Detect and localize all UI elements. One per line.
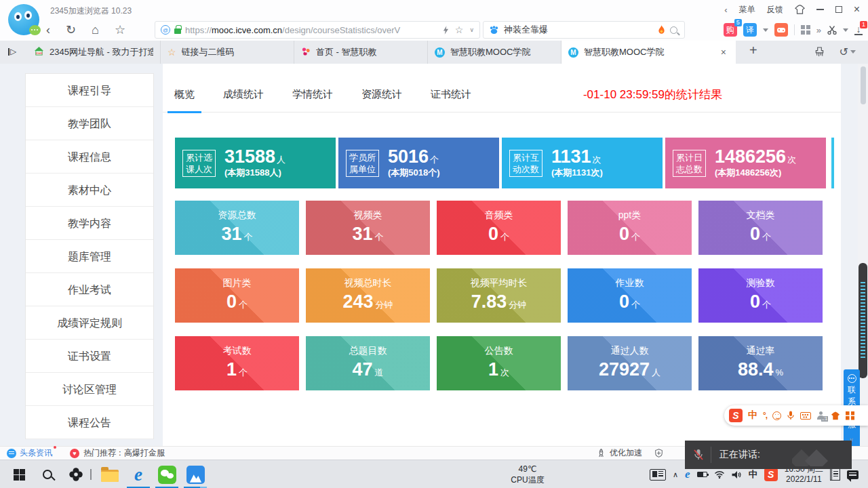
site-safety-icon[interactable]: @ (161, 25, 170, 35)
tile-value: 1 (488, 359, 498, 380)
sidebar-item[interactable]: 素材中心 (26, 174, 153, 207)
sidebar-item[interactable]: 教学团队 (26, 107, 153, 140)
skin-theme-icon[interactable] (795, 5, 805, 14)
reopen-closed-tab-icon[interactable]: ↺ (840, 45, 848, 58)
sidebar-item[interactable]: 课程引导 (26, 74, 153, 107)
dropdown-chevron-icon[interactable]: ∨ (469, 26, 474, 33)
ime-chinese-mode[interactable]: 中 (748, 409, 757, 422)
stat-tile: 视频平均时长7.83分钟 (437, 268, 561, 323)
sidebar-item[interactable]: 题库管理 (26, 240, 153, 273)
battery-icon[interactable] (697, 472, 707, 477)
hot-recommend-link[interactable]: 热门推荐：高爆打金服 (83, 447, 165, 459)
maximize-button[interactable] (835, 6, 842, 13)
news-widget-icon[interactable] (650, 469, 666, 481)
wifi-icon[interactable] (714, 470, 725, 479)
volume-icon[interactable] (732, 470, 742, 479)
clean-brush-icon[interactable] (814, 47, 825, 57)
close-window-button[interactable]: × (854, 6, 860, 13)
wechat-button[interactable] (153, 460, 180, 488)
side-scroll-handle[interactable] (859, 263, 867, 378)
menu-button[interactable]: 菜单 (739, 4, 755, 16)
ime-menu-grid-icon[interactable] (846, 411, 854, 420)
sidebar-item[interactable]: 课程公告 (26, 406, 153, 439)
ime-account-icon[interactable]: 21 (816, 411, 825, 420)
reopen-dropdown-icon[interactable] (850, 50, 856, 54)
journal-icon[interactable] (830, 468, 840, 481)
pinned-app-pinwheel[interactable] (62, 460, 90, 488)
quick-boost-icon[interactable] (443, 26, 449, 35)
new-tab-button[interactable]: + (749, 43, 757, 58)
favorite-star-icon[interactable]: ☆ (455, 24, 464, 35)
hot-recommend-icon[interactable]: ♥ (70, 449, 79, 458)
browser-tab[interactable]: 首页 - 智慧职教 (294, 41, 428, 64)
tab-list-toggle-icon[interactable]: ▷ (8, 47, 16, 56)
url-text[interactable]: https://mooc.icve.com.cn/design/courseSt… (185, 25, 439, 35)
sidebar-item[interactable]: 作业考试 (26, 273, 153, 306)
browser-tab[interactable]: M智慧职教MOOC学院 (428, 41, 561, 64)
sidebar-item[interactable]: 教学内容 (26, 207, 153, 240)
refresh-icon[interactable]: ↻ (66, 24, 76, 36)
stat-tile: 公告数1次 (437, 336, 561, 390)
tray-ie-icon[interactable]: e (685, 468, 690, 481)
address-bar[interactable]: @ https://mooc.icve.com.cn/design/course… (155, 21, 480, 39)
sidebar-item[interactable]: 讨论区管理 (26, 373, 153, 406)
statistics-tab[interactable]: 证书统计 (431, 88, 471, 101)
statistics-tab[interactable]: 资源统计 (361, 88, 402, 101)
shopping-button[interactable]: 购5 (724, 23, 737, 37)
screenshot-scissors-icon[interactable] (827, 26, 837, 35)
clean-shield-icon[interactable] (654, 449, 663, 458)
close-tab-icon[interactable]: × (718, 47, 729, 58)
collapse-menu-icon[interactable]: ‹ (724, 5, 727, 15)
minimize-button[interactable] (816, 9, 824, 10)
feedback-button[interactable]: 反馈 (767, 4, 783, 16)
sidebar-item[interactable]: 成绩评定规则 (26, 306, 153, 340)
taskbar-search-button[interactable] (34, 460, 61, 488)
statistics-tab[interactable]: 成绩统计 (223, 88, 264, 101)
browser-tab[interactable]: 23452345网址导航 - 致力于打造百 (27, 41, 161, 64)
ime-punctuation-toggle[interactable]: °, (763, 411, 767, 420)
browser-tab[interactable]: ☆链接与二维码 (161, 41, 294, 64)
game-center-button[interactable] (774, 23, 788, 37)
tray-sogou-icon[interactable]: S (764, 468, 778, 481)
mooc-app-button[interactable] (182, 460, 209, 488)
boost-link[interactable]: 优化加速 (610, 447, 642, 459)
virtual-keyboard-icon[interactable] (800, 412, 811, 420)
sidebar-item[interactable]: 课程信息 (26, 140, 153, 174)
logo-chat-bubble-icon (29, 25, 41, 35)
statistics-tab[interactable]: 学情统计 (292, 88, 333, 101)
translate-button[interactable]: 译 (743, 23, 757, 37)
shopping-badge: 5 (734, 19, 742, 26)
apps-grid-icon[interactable] (801, 25, 810, 35)
browser-2345-logo-icon[interactable] (8, 4, 39, 35)
tile-label: 资源总数 (175, 209, 299, 222)
news-feed-icon[interactable] (7, 449, 16, 458)
sidebar-item[interactable]: 证书设置 (26, 340, 153, 373)
download-manager-button[interactable]: ↓1 (854, 25, 863, 35)
search-box[interactable]: 神装全靠爆 (483, 21, 685, 39)
tile-label: 作业数 (568, 277, 692, 289)
emoji-icon[interactable] (772, 411, 781, 420)
folder-icon (101, 470, 119, 482)
tab-strip: ▷ 23452345网址导航 - 致力于打造百☆链接与二维码首页 - 智慧职教M… (0, 41, 868, 64)
internet-explorer-button[interactable]: e (125, 460, 152, 488)
action-center-icon[interactable] (847, 470, 859, 479)
search-icon[interactable] (670, 26, 677, 34)
browser-tab[interactable]: M智慧职教MOOC学院× (561, 41, 736, 64)
ime-skin-icon[interactable] (831, 411, 840, 420)
statistics-tab[interactable]: 概览 (174, 88, 195, 101)
search-hotword[interactable]: 神装全靠爆 (504, 24, 653, 36)
screenshot-dropdown-icon[interactable] (843, 28, 848, 32)
voice-input-icon[interactable] (787, 411, 795, 420)
hidden-icons-chevron[interactable]: ∧ (673, 470, 678, 479)
back-icon[interactable]: ‹ (46, 24, 50, 36)
home-icon[interactable]: ⌂ (92, 24, 99, 36)
page-scrollbar-thumb[interactable] (861, 66, 866, 104)
input-language-indicator[interactable]: 中 (749, 468, 757, 481)
translate-dropdown-icon[interactable] (763, 28, 768, 32)
file-explorer-button[interactable] (96, 460, 123, 488)
more-tools-icon[interactable]: » (816, 25, 821, 35)
sogou-logo-icon[interactable]: S (729, 409, 743, 422)
news-feed-link[interactable]: 头条资讯 (20, 447, 52, 459)
bookmark-star-icon[interactable]: ☆ (115, 24, 125, 36)
start-button[interactable] (5, 460, 33, 488)
